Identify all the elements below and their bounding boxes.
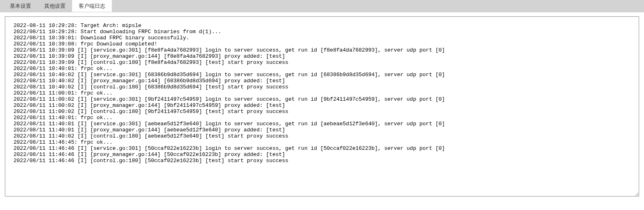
- tab-basic-settings[interactable]: 基本设置: [3, 0, 38, 12]
- tab-client-log[interactable]: 客户端日志: [72, 0, 112, 12]
- content-area: [0, 12, 644, 203]
- tab-other-settings[interactable]: 其他设置: [38, 0, 72, 12]
- client-log-textarea[interactable]: [5, 16, 639, 196]
- tab-bar: 基本设置 其他设置 客户端日志: [0, 0, 644, 12]
